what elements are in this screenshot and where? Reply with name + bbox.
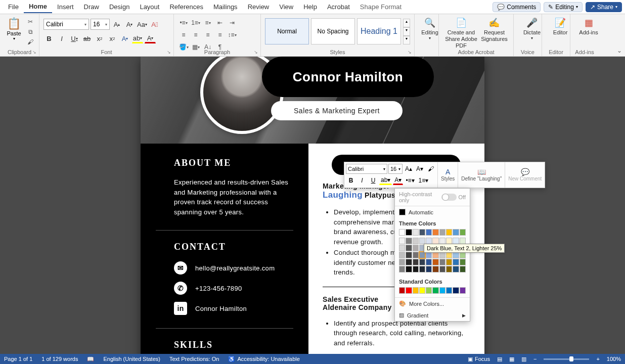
numbering-button[interactable]: 1≡▾ xyxy=(190,17,201,28)
copy-button[interactable]: ⧉ xyxy=(26,27,35,36)
increase-indent-button[interactable]: ⇥ xyxy=(227,17,238,28)
mini-shrink-font[interactable]: A▾ xyxy=(415,164,425,174)
color-swatch[interactable] xyxy=(413,229,419,236)
status-words[interactable]: 1 of 129 words xyxy=(41,356,78,362)
font-name-combo[interactable]: Calibri▾ xyxy=(43,19,89,30)
color-swatch[interactable] xyxy=(460,287,466,294)
color-swatch[interactable] xyxy=(446,229,452,236)
zoom-level[interactable]: 100% xyxy=(607,356,621,362)
tab-help[interactable]: Help xyxy=(298,1,322,13)
color-swatch[interactable] xyxy=(446,266,452,272)
color-swatch[interactable] xyxy=(399,229,405,236)
paragraph-launcher[interactable]: ↘ xyxy=(253,49,259,55)
color-swatch[interactable] xyxy=(453,229,459,236)
color-swatch[interactable] xyxy=(413,259,419,265)
justify-button[interactable]: ≡ xyxy=(214,29,226,40)
color-swatch[interactable] xyxy=(453,266,459,272)
color-swatch[interactable] xyxy=(413,238,419,244)
bold-button[interactable]: B xyxy=(43,33,55,44)
mini-bullets[interactable]: •≡▾ xyxy=(404,175,416,186)
tab-insert[interactable]: Insert xyxy=(52,1,79,13)
create-pdf-button[interactable]: 📄 Create and Share Adobe PDF xyxy=(443,15,479,50)
styles-scroll[interactable]: ▴▾▾ xyxy=(403,19,410,44)
color-swatch[interactable] xyxy=(419,259,425,265)
tab-review[interactable]: Review xyxy=(243,1,275,13)
color-swatch[interactable] xyxy=(432,287,438,294)
color-swatch[interactable] xyxy=(460,229,466,236)
color-swatch[interactable] xyxy=(446,287,452,294)
mini-format-painter[interactable]: 🖌 xyxy=(426,164,436,174)
editing-button[interactable]: 🔍 Editing▾ xyxy=(419,15,441,41)
color-swatch[interactable] xyxy=(413,266,419,272)
color-swatch[interactable] xyxy=(399,266,405,272)
color-swatch[interactable] xyxy=(413,252,419,258)
color-swatch[interactable] xyxy=(413,245,419,251)
zoom-out-button[interactable]: − xyxy=(533,356,537,362)
share-button[interactable]: ↗Share▾ xyxy=(586,2,622,12)
clear-formatting-button[interactable]: A⃠ xyxy=(149,19,160,30)
view-read-mode[interactable]: ▦ xyxy=(509,356,514,362)
color-swatch[interactable] xyxy=(453,287,459,294)
mini-styles[interactable]: A Styles xyxy=(437,162,458,188)
color-swatch[interactable] xyxy=(399,238,405,244)
color-swatch[interactable] xyxy=(399,287,405,294)
editing-mode-button[interactable]: ✎Editing▾ xyxy=(544,2,583,12)
mini-define[interactable]: 📖 Define "Laughing" xyxy=(458,162,505,188)
color-swatch[interactable] xyxy=(432,229,438,236)
color-swatch[interactable] xyxy=(399,245,405,251)
mini-font-combo[interactable]: Calibri▾ xyxy=(346,164,387,174)
addins-button[interactable]: ▦ Add-ins xyxy=(574,15,603,36)
tab-draw[interactable]: Draw xyxy=(79,1,104,13)
color-swatch[interactable] xyxy=(406,245,412,251)
color-swatch[interactable] xyxy=(426,287,432,294)
font-color-button[interactable]: A▾ xyxy=(145,33,156,43)
view-web-layout[interactable]: ▥ xyxy=(521,356,526,362)
color-swatch[interactable] xyxy=(406,259,412,265)
tab-shape-format[interactable]: Shape Format xyxy=(355,1,407,13)
mini-font-color[interactable]: A▾ xyxy=(393,176,403,185)
document-area[interactable]: Connor Hamilton Sales & Marketing Expert… xyxy=(0,57,625,356)
format-painter-button[interactable]: 🖌 xyxy=(26,37,35,47)
superscript-button[interactable]: x2 xyxy=(107,33,118,44)
status-spellcheck[interactable]: 📖 xyxy=(87,356,94,362)
status-language[interactable]: English (United States) xyxy=(103,356,160,362)
mini-highlight[interactable]: ab▾ xyxy=(379,176,392,185)
strikethrough-button[interactable]: ab xyxy=(81,33,93,44)
color-swatch[interactable] xyxy=(439,259,445,265)
status-accessibility[interactable]: ♿Accessibility: Unavailable xyxy=(228,356,300,362)
font-launcher[interactable]: ↘ xyxy=(166,49,172,55)
request-signatures-button[interactable]: ✍ Request Signatures xyxy=(479,15,509,50)
color-swatch[interactable] xyxy=(406,229,412,236)
bullets-button[interactable]: •≡▾ xyxy=(178,17,189,28)
more-colors[interactable]: 🎨 More Colors... xyxy=(395,298,470,309)
color-swatch[interactable] xyxy=(432,266,438,272)
color-swatch[interactable] xyxy=(439,229,445,236)
underline-button[interactable]: U▾ xyxy=(69,33,80,44)
align-right-button[interactable]: ≡ xyxy=(202,29,213,40)
multilevel-button[interactable]: ≡▾ xyxy=(202,17,213,28)
mini-grow-font[interactable]: A▴ xyxy=(404,164,414,174)
color-swatch[interactable] xyxy=(446,259,452,265)
color-swatch[interactable] xyxy=(406,238,412,244)
tab-layout[interactable]: Layout xyxy=(135,1,164,13)
color-swatch[interactable] xyxy=(406,287,412,294)
align-left-button[interactable]: ≡ xyxy=(178,29,189,40)
tab-file[interactable]: File xyxy=(3,1,24,13)
grow-font-button[interactable]: A▴ xyxy=(111,19,122,30)
color-swatch[interactable] xyxy=(419,266,425,272)
tab-home[interactable]: Home xyxy=(24,1,52,13)
color-swatch[interactable] xyxy=(419,229,425,236)
automatic-color[interactable]: Automatic xyxy=(395,206,470,218)
color-swatch[interactable] xyxy=(460,266,466,272)
collapse-ribbon-button[interactable]: ⌄ xyxy=(617,47,622,54)
color-swatch[interactable] xyxy=(406,266,412,272)
subscript-button[interactable]: x2 xyxy=(94,33,105,44)
zoom-slider[interactable] xyxy=(544,358,589,360)
clipboard-launcher[interactable]: ↘ xyxy=(31,49,37,55)
color-swatch[interactable] xyxy=(413,287,419,294)
color-swatch[interactable] xyxy=(399,252,405,258)
mini-bold[interactable]: B xyxy=(346,175,356,186)
style-no-spacing[interactable]: No Spacing xyxy=(311,18,355,44)
tab-acrobat[interactable]: Acrobat xyxy=(322,1,355,13)
mini-italic[interactable]: I xyxy=(357,175,367,186)
